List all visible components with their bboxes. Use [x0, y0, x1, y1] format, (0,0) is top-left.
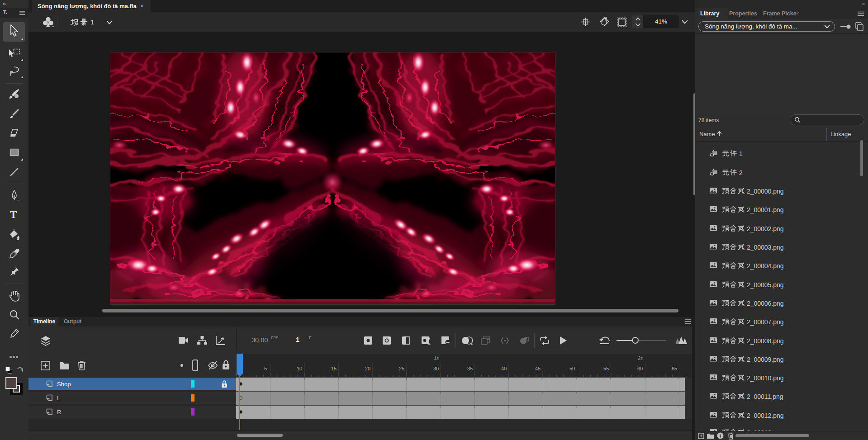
svg-text:A: A — [427, 336, 431, 341]
